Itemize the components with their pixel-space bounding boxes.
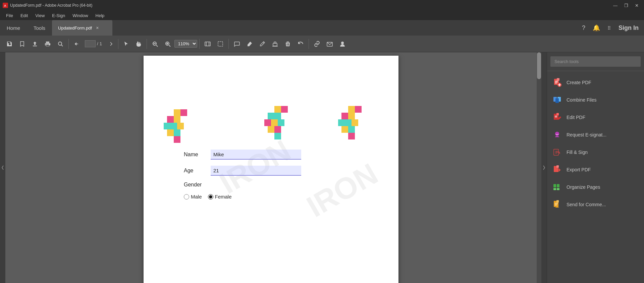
stamp-button[interactable]: [269, 39, 281, 49]
menu-edit[interactable]: Edit: [17, 12, 31, 19]
minimize-button[interactable]: —: [610, 2, 620, 9]
svg-rect-18: [274, 42, 276, 43]
print-button[interactable]: [42, 39, 54, 49]
menu-esign[interactable]: E-Sign: [49, 12, 68, 19]
zoom-in-button[interactable]: [162, 39, 174, 49]
prev-page-button[interactable]: [71, 39, 82, 49]
comment-button[interactable]: [231, 39, 243, 49]
tab-home[interactable]: Home: [0, 20, 27, 36]
zoom-out-button[interactable]: [149, 39, 161, 49]
right-panel-toggle[interactable]: [541, 52, 547, 283]
notifications-button[interactable]: 🔔: [591, 23, 602, 33]
page-nav: 1 / 1: [83, 40, 104, 47]
marquee-zoom-button[interactable]: [214, 39, 226, 49]
zoom-select[interactable]: 110% 100% 75% 50% 125% 150%: [174, 40, 197, 48]
form-row-gender-options: Male Female: [184, 194, 301, 200]
svg-rect-15: [218, 42, 223, 46]
page-number-input[interactable]: 1: [85, 40, 96, 47]
svg-line-7: [156, 45, 158, 47]
svg-text:A: A: [4, 4, 6, 7]
svg-rect-37: [271, 119, 278, 126]
tool-request-esign[interactable]: Request E-signat...: [547, 126, 644, 144]
female-label: Female: [215, 194, 232, 200]
create-pdf-label: Create PDF: [567, 80, 591, 85]
svg-rect-50: [348, 126, 355, 133]
female-option[interactable]: Female: [208, 194, 232, 200]
tool-edit-pdf[interactable]: Edit PDF: [547, 109, 644, 126]
title-bar: A UpdatedForm.pdf - Adobe Acrobat Pro (6…: [0, 0, 644, 11]
svg-rect-23: [180, 109, 187, 116]
help-button[interactable]: ?: [580, 23, 587, 33]
link-button[interactable]: [311, 39, 323, 49]
svg-rect-49: [341, 126, 348, 133]
scrollbar-thumb[interactable]: [537, 52, 541, 79]
svg-rect-12: [205, 42, 210, 46]
bookmark-button[interactable]: [16, 39, 28, 49]
tool-fill-sign[interactable]: Fill & Sign: [547, 144, 644, 161]
menu-view[interactable]: View: [32, 12, 48, 19]
sign-in-button[interactable]: Sign In: [616, 23, 641, 33]
search-tools-input[interactable]: [550, 56, 641, 67]
markup-button[interactable]: [256, 39, 268, 49]
tool-combine-files[interactable]: Combine Files: [547, 91, 644, 109]
mail-button[interactable]: [324, 39, 336, 49]
maximize-button[interactable]: ❐: [622, 2, 631, 9]
svg-rect-86: [556, 200, 559, 203]
tab-tools-label: Tools: [34, 25, 45, 31]
svg-rect-17: [273, 43, 277, 46]
tool-create-pdf[interactable]: Create PDF: [547, 74, 644, 91]
tab-close-button[interactable]: ×: [95, 24, 100, 31]
svg-rect-33: [281, 106, 288, 113]
svg-rect-47: [345, 119, 352, 126]
male-radio[interactable]: [184, 194, 189, 200]
svg-line-11: [169, 45, 170, 47]
hand-tool-button[interactable]: [132, 39, 145, 49]
export-pdf-icon: [552, 165, 562, 174]
menu-file[interactable]: File: [3, 12, 16, 19]
highlight-button[interactable]: [244, 39, 256, 49]
request-esign-icon: [552, 130, 562, 139]
zoom-search-button[interactable]: [54, 39, 66, 49]
tool-export-pdf[interactable]: Export PDF: [547, 161, 644, 178]
tool-organize-pages[interactable]: Organize Pages: [547, 178, 644, 196]
send-comment-label: Send for Comme...: [567, 202, 606, 207]
female-radio[interactable]: [208, 194, 213, 200]
svg-rect-27: [170, 123, 177, 129]
edit-pdf-icon: [552, 113, 562, 122]
menu-help[interactable]: Help: [92, 12, 108, 19]
svg-rect-46: [338, 119, 345, 126]
svg-rect-31: [174, 136, 180, 143]
menu-window[interactable]: Window: [69, 12, 91, 19]
svg-rect-29: [167, 129, 174, 136]
close-button[interactable]: ✕: [632, 2, 641, 9]
name-value[interactable]: Mike: [211, 150, 301, 160]
fit-page-button[interactable]: [202, 39, 214, 49]
age-value[interactable]: 21: [211, 166, 301, 176]
svg-rect-40: [274, 126, 281, 133]
svg-point-21: [341, 42, 344, 44]
upload-button[interactable]: [29, 39, 41, 49]
export-pdf-label: Export PDF: [567, 167, 591, 172]
delete-button[interactable]: [282, 39, 294, 49]
pdf-viewer[interactable]: IRON IRON Name Mike Age 21 Gender: [5, 52, 537, 283]
next-page-button[interactable]: [105, 39, 116, 49]
tool-send-comment[interactable]: Send for Comme...: [547, 196, 644, 213]
tab-document[interactable]: UpdatedForm.pdf ×: [52, 20, 112, 36]
male-option[interactable]: Male: [184, 194, 202, 200]
svg-rect-81: [553, 184, 556, 187]
save-button[interactable]: [3, 39, 15, 49]
pdf-scrollbar[interactable]: [537, 52, 541, 283]
window-controls: — ❐ ✕: [610, 2, 641, 9]
svg-rect-79: [556, 165, 559, 168]
svg-rect-38: [278, 119, 284, 126]
tab-tools[interactable]: Tools: [27, 20, 52, 36]
tab-bar-right: ? 🔔 ⠿ Sign In: [112, 20, 644, 36]
select-tool-button[interactable]: [120, 39, 132, 49]
left-panel-toggle[interactable]: [0, 52, 5, 283]
apps-button[interactable]: ⠿: [605, 23, 613, 33]
undo-button[interactable]: [294, 39, 307, 49]
male-label: Male: [191, 194, 202, 200]
svg-rect-70: [555, 98, 559, 103]
user-button[interactable]: [336, 39, 348, 49]
page-total: 1: [100, 41, 102, 46]
